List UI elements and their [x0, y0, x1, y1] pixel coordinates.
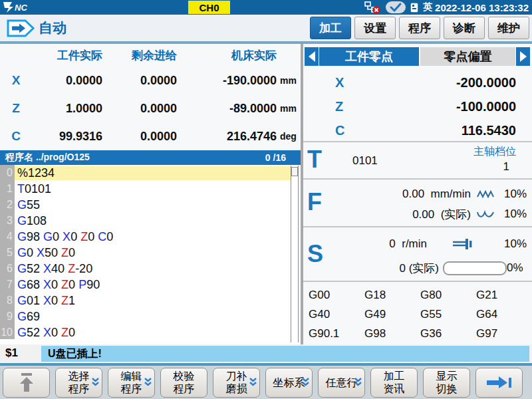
axis-label: C — [335, 123, 344, 138]
line-number: 3 — [0, 215, 15, 227]
offset-tab-right-arrow[interactable] — [516, 47, 530, 66]
back-button[interactable] — [3, 368, 50, 398]
status-bar: $1 U盘已插上! — [0, 344, 532, 363]
next-page-arrow-icon — [485, 375, 514, 390]
axis-label: C — [0, 129, 32, 144]
next-menu-button[interactable] — [475, 368, 523, 398]
program-scrollbar[interactable] — [291, 166, 299, 342]
softkey-tool-comp-wear[interactable]: 刀补磨损 — [213, 368, 260, 398]
position-table: 工件实际 剩余进给 机床实际 X0.00000.0000-190.0000mmZ… — [0, 44, 301, 150]
main-tabs: 加工设置程序诊断维护 — [310, 17, 529, 41]
modal-gcode: G98 — [364, 327, 420, 340]
spindle-override-icon — [452, 237, 475, 251]
softkey-label: 刀补 — [226, 370, 247, 382]
spindle-letter: S — [307, 242, 323, 266]
offset-tabs: 工件零点 零点偏置 — [305, 47, 531, 66]
message-band: U盘已插上! — [41, 346, 529, 362]
program-line[interactable]: 7G68 X0 Z0 P90 — [0, 277, 301, 293]
feed-override-value: 10% — [500, 207, 527, 221]
line-code: G0 X50 Z0 — [15, 246, 75, 260]
softkey-label: 程序 — [121, 382, 142, 395]
mode-label: 自动 — [39, 19, 66, 37]
tab-workpiece-zero[interactable]: 工件零点 — [319, 47, 419, 66]
softkey-label: 程序 — [68, 382, 90, 395]
program-line[interactable]: 10G52 X0 Z0 — [0, 325, 301, 340]
spindle-load-bar — [443, 261, 507, 275]
ok-check-icon — [386, 1, 406, 13]
line-code: G52 X40 Z-20 — [15, 262, 92, 276]
program-line[interactable]: 8G01 X0 Z1 — [0, 293, 301, 309]
modal-gcode: G21 — [476, 289, 528, 302]
main-tab-0[interactable]: 加工 — [310, 17, 351, 39]
softkey-row: 选择程序编辑程序校验程序刀补磨损坐标系任意行加工资讯显示切换 — [0, 366, 532, 399]
softkey-label: 显示 — [436, 370, 458, 382]
col-machine-actual: 机床实际 — [177, 48, 277, 63]
remaining-feed-value: 0.0000 — [102, 102, 177, 116]
offset-row-C: C116.5430 — [303, 118, 532, 142]
modal-gcode: G55 — [420, 308, 476, 321]
program-line[interactable]: 5G0 X50 Z0 — [0, 245, 301, 261]
program-line[interactable]: 0%1234 — [0, 165, 301, 181]
line-code: G69 — [15, 310, 40, 324]
softkey-machining-info[interactable]: 加工资讯 — [370, 368, 418, 398]
axis-label: Z — [335, 99, 343, 114]
spindle-gear-value: 1 — [503, 160, 509, 174]
workpiece-actual-value: 1.0000 — [32, 102, 102, 116]
softkey-select-program[interactable]: 选择程序 — [55, 368, 102, 398]
program-line[interactable]: 1T0101 — [0, 181, 301, 197]
softkey-label: 校验 — [174, 370, 195, 382]
modal-gcode: G18 — [364, 289, 420, 302]
offset-value: -100.0000 — [456, 99, 516, 114]
program-header: 程序名 ../prog/O125 0 /16 — [0, 150, 301, 165]
gcode-modal-section: G00G18G80G21G40G49G55G64G90.1G98G36G97 — [303, 281, 532, 344]
program-line[interactable]: 6G52 X40 Z-20 — [0, 261, 301, 277]
hnc-logo: NC — [3, 1, 55, 13]
program-line[interactable]: 9G69 — [0, 309, 301, 325]
scrollbar-thumb[interactable] — [291, 167, 298, 176]
program-listing[interactable]: 0%12341T01012G553G1084G98 G0 X0 Z0 C05G0… — [0, 165, 301, 344]
network-disconnected-icon — [364, 1, 381, 14]
offset-row-X: X-200.0000 — [303, 70, 532, 94]
offset-tab-left-arrow[interactable] — [305, 47, 319, 66]
softkey-label: 选择 — [68, 370, 90, 382]
main-tab-1[interactable]: 设置 — [354, 17, 396, 39]
main-tab-3[interactable]: 诊断 — [444, 17, 485, 39]
spindle-load-value: 0% — [507, 261, 527, 275]
program-line[interactable]: 4G98 G0 X0 Z0 C0 — [0, 229, 301, 245]
main-tab-4[interactable]: 维护 — [488, 17, 529, 39]
line-code: T0101 — [15, 182, 51, 196]
softkey-coordinate-system[interactable]: 坐标系 — [265, 368, 313, 398]
mode-bar: 自动 加工设置程序诊断维护 — [0, 15, 532, 41]
line-number: 5 — [0, 247, 15, 259]
axis-label: X — [335, 75, 344, 90]
modal-gcode: G40 — [309, 308, 364, 321]
line-number: 9 — [0, 311, 15, 323]
status-message: U盘已插上! — [48, 347, 102, 361]
softkey-display-switch[interactable]: 显示切换 — [423, 368, 470, 398]
remaining-feed-value: 0.0000 — [102, 74, 177, 88]
tab-zero-offset[interactable]: 零点偏置 — [420, 47, 515, 66]
program-line-counter: 0 /16 — [265, 152, 286, 163]
auto-mode-icon — [7, 19, 35, 37]
position-table-header: 工件实际 剩余进给 机床实际 — [0, 44, 301, 66]
softkey-edit-program[interactable]: 编辑程序 — [108, 368, 155, 398]
softkey-any-line[interactable]: 任意行 — [318, 368, 365, 398]
double-chevron-down-icon — [301, 377, 310, 388]
tool-letter: T — [307, 148, 322, 172]
program-line[interactable]: 3G108 — [0, 213, 301, 229]
softkey-label: 磨损 — [226, 382, 247, 395]
up-arrow-icon — [17, 372, 37, 393]
program-line[interactable]: 2G55 — [0, 197, 301, 213]
workpiece-actual-value: 99.9316 — [32, 130, 102, 144]
line-code: G01 X0 Z1 — [15, 294, 75, 308]
main-tab-2[interactable]: 程序 — [399, 17, 440, 39]
softkey-verify-program[interactable]: 校验程序 — [160, 368, 207, 398]
position-row-C: C99.93160.0000216.4746deg — [0, 122, 301, 150]
axis-label: Z — [0, 101, 32, 116]
rapid-override-value: 10% — [500, 188, 527, 201]
svg-text:NC: NC — [15, 3, 27, 13]
softkey-label: 坐标系 — [273, 376, 305, 389]
language-indicator[interactable]: 英 — [423, 1, 432, 13]
line-number: 0 — [0, 167, 15, 179]
channel-badge[interactable]: CH0 — [188, 1, 230, 14]
